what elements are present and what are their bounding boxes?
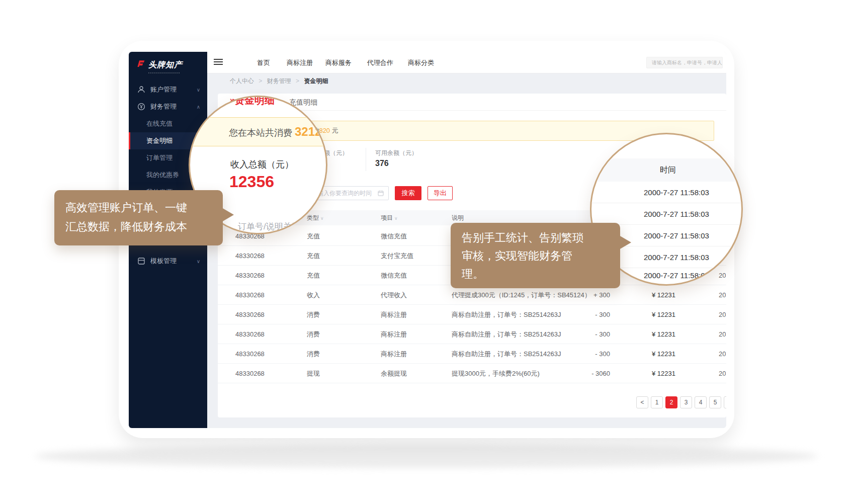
cell-type: 收入 <box>307 285 320 305</box>
cell-project: 商标注册 <box>381 305 407 324</box>
header-project[interactable]: 项目∨ <box>381 210 398 225</box>
table-row: 48330268 消费 商标注册 商标自助注册，订单号：SB2514263J -… <box>218 305 726 324</box>
logo-title: 头牌知产 <box>148 60 183 70</box>
cell-project: 微信充值 <box>381 226 407 246</box>
pagination: < 1 2 3 4 5 <box>218 396 726 408</box>
pagination-next[interactable] <box>724 396 726 408</box>
cell-time: 2000-7-27 11:58:03 <box>719 344 726 364</box>
cell-project: 商标注册 <box>381 324 407 344</box>
cell-amount: - 3060 <box>565 364 610 383</box>
logo-icon <box>137 60 145 68</box>
chevron-up-icon: ∧ <box>197 104 200 110</box>
logo[interactable]: 头牌知产 <box>129 52 207 81</box>
cell-balance: ¥ 12231 <box>635 364 675 383</box>
magnified-income-value: 12356 <box>229 173 274 191</box>
yuan-circle-icon <box>137 103 145 111</box>
cell-time: 2000-7-27 11:58:03 <box>719 305 726 324</box>
user-icon <box>137 86 145 94</box>
tooltip-right: 告别手工统计、告别繁琐 审核，实现智能财务管 理。 <box>451 223 620 288</box>
nav-agency[interactable]: 代理合作 <box>367 52 393 73</box>
cell-balance: ¥ 12231 <box>635 324 675 344</box>
search-input[interactable] <box>646 57 723 68</box>
cell-project: 支付宝充值 <box>381 246 413 266</box>
table-row: 48330268 消费 商标注册 商标自助注册，订单号：SB2514263J -… <box>218 324 726 344</box>
cell-time: 2000-7-27 11:58:03 <box>719 364 726 383</box>
pagination-prev[interactable]: < <box>636 396 648 408</box>
caret-down-icon: ∨ <box>320 216 324 221</box>
magnified-income-label: 收入总额（元） <box>230 158 294 171</box>
breadcrumb: 个人中心 > 财务管理 > 资金明细 <box>207 73 726 89</box>
nav-trademark-class[interactable]: 商标分类 <box>408 52 434 73</box>
tooltip-left: 高效管理账户订单、一键 汇总数据，降低财务成本 <box>54 190 223 245</box>
cell-amount: - 300 <box>565 324 610 344</box>
cell-order: 48330268 <box>235 285 265 305</box>
pagination-page[interactable]: 4 <box>695 396 707 408</box>
sidebar-item-finance[interactable]: 财务管理 ∧ <box>129 98 207 115</box>
cell-project: 微信充值 <box>381 266 407 285</box>
cell-order: 48330268 <box>235 266 265 285</box>
magnified-time-row: 2000-7-27 11:58:03 <box>591 182 743 203</box>
magnified-banner: 您在本站共消费 32124 大约 <box>189 117 327 146</box>
magnified-time-row: 2000-7-27 11:58:03 <box>591 203 743 225</box>
cell-balance: ¥ 12231 <box>635 344 675 364</box>
magnified-time-header: 时间 <box>591 158 743 182</box>
calendar-icon <box>378 190 384 196</box>
cell-project: 商标注册 <box>381 344 407 364</box>
export-button[interactable]: 导出 <box>428 186 453 200</box>
cell-type: 提现 <box>307 364 320 383</box>
pagination-page[interactable]: 2 <box>665 396 677 408</box>
cell-order: 48330268 <box>235 305 265 324</box>
nav-trademark-register[interactable]: 商标注册 <box>287 52 313 73</box>
cell-type: 消费 <box>307 324 320 344</box>
laptop-base-shadow <box>35 445 818 468</box>
table-row: 48330268 提现 余额提现 提现3000元，手续费2%(60元) - 30… <box>218 364 726 383</box>
template-icon <box>137 257 145 265</box>
cell-type: 消费 <box>307 344 320 364</box>
search-button[interactable]: 搜索 <box>395 186 421 200</box>
nav-home[interactable]: 首页 <box>257 52 270 73</box>
stage: 头牌知产 账户管理 ∨ 财务管理 ∧ <box>0 0 853 504</box>
stat-divider <box>366 148 366 171</box>
nav-trademark-service[interactable]: 商标服务 <box>325 52 352 73</box>
balance-label: 可用余额（元） <box>375 149 417 157</box>
top-bar: 首页 商标注册 商标服务 代理合作 商标分类 <box>207 52 726 73</box>
cell-type: 充值 <box>307 266 320 285</box>
sidebar-item-account[interactable]: 账户管理 ∨ <box>129 81 207 98</box>
cell-project: 代理收入 <box>381 285 407 305</box>
chevron-down-icon: ∨ <box>197 259 200 264</box>
cell-balance: ¥ 12231 <box>635 305 675 324</box>
cell-project: 余额提现 <box>381 364 407 383</box>
cell-balance: ¥ 12231 <box>635 285 675 305</box>
pagination-page[interactable]: 3 <box>680 396 692 408</box>
cell-type: 充值 <box>307 246 320 266</box>
menu-icon[interactable] <box>214 59 223 66</box>
cell-time: 2000-7-27 11:58:03 <box>719 285 726 305</box>
cell-type: 充值 <box>307 226 320 246</box>
magnified-tab: 资金明细 <box>234 96 275 107</box>
cell-time: 2000-7-27 11:58:03 <box>719 324 726 344</box>
cell-type: 消费 <box>307 305 320 324</box>
caret-down-icon: ∨ <box>394 216 398 221</box>
cell-time: 2000-7-27 11:58:03 <box>719 266 726 285</box>
cell-order: 48330268 <box>235 344 265 364</box>
header-type[interactable]: 类型∨ <box>307 210 324 225</box>
cell-order: 48330268 <box>235 324 265 344</box>
sidebar-item-online-recharge[interactable]: 在线充值 <box>129 115 207 132</box>
cell-amount: - 300 <box>565 305 610 324</box>
tooltip-right-arrow <box>619 235 631 249</box>
cell-order: 48330268 <box>235 364 265 383</box>
tooltip-left-arrow <box>222 208 234 222</box>
cell-amount: - 300 <box>565 344 610 364</box>
table-row: 48330268 消费 商标注册 商标自助注册，订单号：SB2514263J -… <box>218 344 726 364</box>
pagination-page[interactable]: 1 <box>651 396 663 408</box>
balance-value: 376 <box>375 159 389 168</box>
cell-order: 48330268 <box>235 246 265 266</box>
sidebar-item-templates[interactable]: 模板管理 ∨ <box>129 253 207 270</box>
pagination-page[interactable]: 5 <box>709 396 721 408</box>
logo-subtitle <box>148 72 180 73</box>
chevron-down-icon: ∨ <box>197 87 200 93</box>
